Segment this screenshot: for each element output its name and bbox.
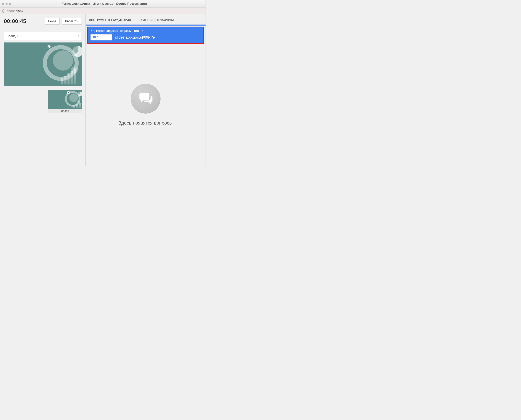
questions-empty-icon [131,84,161,113]
minimize-dot-icon[interactable] [6,3,7,5]
timer-display: 00:00:45 [4,18,43,24]
qa-toggle-row: ВКЛ. slides.app.goo.gl/69PYe [90,34,201,40]
tab-underline [86,24,206,26]
current-slide-preview[interactable]: 🔊 [4,43,82,86]
qa-toggle[interactable]: ВКЛ. [90,34,112,40]
audience-tools-panel: Кто может задавать вопросы: Все ▼ ВКЛ. s… [88,27,203,43]
highlight-box: Кто может задавать вопросы: Все ▼ ВКЛ. s… [87,27,204,44]
close-dot-icon[interactable] [2,3,4,5]
questions-empty-text: Здесь появятся вопросы [119,120,173,126]
next-slide-art: 🔊 [48,90,82,109]
chevron-down-icon: ▼ [141,30,143,32]
qa-url[interactable]: slides.app.goo.gl/69PYe [115,35,155,40]
updown-icon: ▴▾ [78,35,79,38]
pause-button[interactable]: Пауза [45,18,60,24]
tab-speaker-notes[interactable]: ЗАМЕТКИ ДОКЛАДЧИКА [139,18,174,24]
content: 00:00:45 Пауза Сбросить Слайд 1 ▴▾ [0,14,206,166]
qa-toggle-label: ВКЛ. [91,36,102,39]
window-controls [2,3,11,5]
left-pane: 00:00:45 Пауза Сбросить Слайд 1 ▴▾ [0,14,86,166]
slide-picker[interactable]: Слайд 1 ▴▾ [4,32,82,40]
presenter-window: Режим докладчика - Итоги месяца - Google… [0,0,206,166]
tab-audience-tools[interactable]: ИНСТРУМЕНТЫ АУДИТОРИИ [89,18,131,24]
who-label: Кто может задавать вопросы: [90,29,132,33]
address-text[interactable]: about:blank [7,9,23,13]
next-slide-preview[interactable]: 🔊 [48,90,82,109]
slide-picker-label: Слайд 1 [7,34,18,38]
audio-badge-icon: 🔊 [48,45,51,48]
zoom-dot-icon[interactable] [9,3,11,5]
next-caption: Далее [48,109,82,113]
tabs: ИНСТРУМЕНТЫ АУДИТОРИИ ЗАМЕТКИ ДОКЛАДЧИКА [86,14,206,24]
chat-icon [138,91,153,106]
who-dropdown[interactable]: Все [134,29,140,33]
current-slide-preview-wrap: 🔊 [0,42,85,87]
window-title: Режим докладчика - Итоги месяца - Google… [14,2,195,6]
timer-row: 00:00:45 Пауза Сбросить [0,14,85,27]
reset-button[interactable]: Сбросить [62,18,82,24]
address-scheme: about: [7,9,15,13]
right-pane: ИНСТРУМЕНТЫ АУДИТОРИИ ЗАМЕТКИ ДОКЛАДЧИКА… [86,14,206,166]
next-slide-wrap: 🔊 Далее [48,90,82,113]
address-bar: i about:blank [0,8,206,14]
qa-toggle-knob [102,35,112,40]
questions-area: Здесь появятся вопросы [86,44,206,166]
slide-art: 🔊 [4,43,82,86]
info-icon[interactable]: i [2,9,5,13]
who-value: Все [134,29,140,32]
titlebar: Режим докладчика - Итоги месяца - Google… [0,0,206,8]
who-can-ask-row: Кто может задавать вопросы: Все ▼ [90,29,201,33]
address-path: blank [15,9,23,13]
